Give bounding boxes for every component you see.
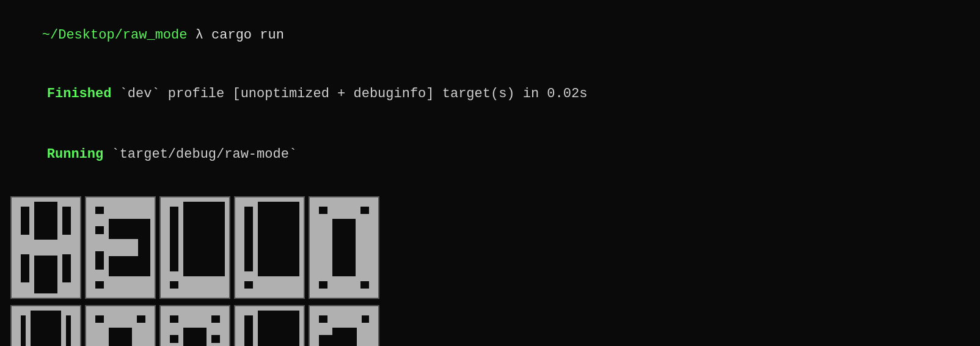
svg-rect-18 [95, 251, 104, 270]
pixel-letter-E-1 [84, 196, 156, 300]
svg-rect-63 [137, 315, 145, 323]
svg-rect-97 [319, 335, 352, 346]
svg-rect-77 [211, 335, 220, 343]
svg-rect-7 [21, 254, 29, 282]
pixel-letter-L-2 [233, 196, 305, 300]
pixel-letter-O-2 [84, 304, 156, 346]
pixel-letter-O-1 [308, 196, 380, 300]
pixel-letter-H-1 [10, 196, 82, 300]
terminal-line-1: ~/Desktop/raw_mode λ cargo run [10, 7, 970, 64]
finished-rest: `dev` profile [unoptimized + debuginfo] … [111, 86, 587, 101]
svg-rect-94 [362, 315, 369, 323]
terminal-line-3: Running `target/debug/raw-mode` [10, 124, 970, 185]
terminal-line-2: Finished `dev` profile [unoptimized + de… [10, 64, 970, 124]
keyword-running: Running [47, 147, 103, 162]
svg-rect-93 [319, 315, 327, 323]
svg-rect-26 [170, 281, 178, 289]
keyword-finished: Finished [47, 86, 112, 101]
prompt-path: ~/Desktop/raw_mode [42, 28, 188, 43]
svg-rect-74 [170, 315, 178, 323]
running-rest: `target/debug/raw-mode` [103, 147, 297, 162]
svg-rect-25 [170, 207, 178, 271]
svg-rect-16 [95, 207, 104, 214]
svg-rect-75 [211, 315, 220, 323]
pixel-letter-L-1 [159, 196, 231, 300]
svg-rect-44 [360, 281, 369, 289]
svg-rect-8 [62, 254, 71, 282]
svg-rect-17 [95, 226, 104, 234]
pixel-letter-L-3 [233, 304, 305, 346]
svg-rect-76 [170, 335, 178, 343]
svg-rect-5 [21, 207, 29, 235]
svg-rect-84 [244, 315, 253, 346]
pixel-letter-W-1 [10, 304, 82, 346]
terminal-window: ~/Desktop/raw_mode λ cargo run Finished … [0, 0, 980, 346]
svg-rect-6 [62, 207, 71, 235]
pixel-letter-R-1 [159, 304, 231, 346]
big-row-world [10, 304, 970, 346]
prompt-lambda: λ [187, 28, 211, 43]
svg-rect-4 [16, 240, 76, 256]
prompt-command: cargo run [211, 28, 284, 43]
big-text-display [10, 196, 970, 346]
svg-rect-32 [244, 207, 253, 271]
pixel-letter-D-1 [308, 304, 380, 346]
svg-rect-33 [244, 281, 253, 289]
svg-rect-43 [319, 281, 327, 289]
svg-rect-19 [95, 281, 104, 289]
svg-rect-42 [360, 207, 369, 214]
svg-rect-62 [95, 315, 104, 323]
svg-rect-41 [319, 207, 327, 214]
svg-rect-52 [21, 315, 26, 346]
svg-rect-53 [66, 315, 71, 346]
big-row-hello [10, 196, 970, 300]
